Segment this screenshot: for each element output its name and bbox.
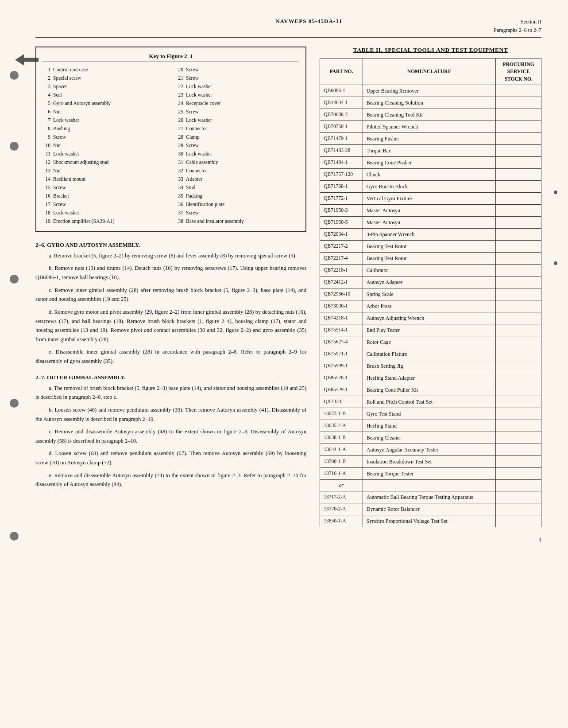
table-row: QB75999-1Brush Setting Jig bbox=[320, 360, 541, 372]
key-text: Control unit case bbox=[53, 66, 88, 74]
key-text: Identification plate bbox=[186, 200, 224, 209]
part-no-cell: QB14634-1 bbox=[320, 97, 363, 109]
stock-cell bbox=[496, 444, 541, 455]
part-no-cell: 13700-1-B bbox=[320, 455, 363, 467]
part-no-cell: QB74218-1 bbox=[320, 312, 363, 324]
key-text: Base and insulator assembly bbox=[186, 217, 244, 226]
header-section: Section II bbox=[494, 18, 541, 26]
key-item: 19Erection amplifier (SA39-A1) bbox=[43, 217, 166, 226]
key-num: 8 bbox=[43, 125, 50, 133]
table-row: QB71768-1Gyro Run-In Block bbox=[320, 180, 541, 192]
table-row: QB75971-1Calibration Fixture bbox=[320, 348, 541, 360]
key-col-left: 1Control unit case2Special screw3Spacer4… bbox=[43, 66, 166, 225]
paragraph: d. Loosen screw (68) and remove pendulum… bbox=[35, 449, 306, 467]
key-text: Lock washer bbox=[186, 150, 212, 158]
key-text: Nut bbox=[53, 141, 61, 150]
name-cell: Bearing Pusher bbox=[363, 132, 496, 144]
key-box: Key to Figure 2–1 1Control unit case2Spe… bbox=[35, 47, 306, 231]
key-item: 20Screw bbox=[175, 66, 299, 74]
key-item: 15Screw bbox=[43, 183, 166, 192]
key-text: Screw bbox=[186, 141, 199, 150]
key-text: Lock washer bbox=[186, 91, 212, 99]
key-item: 4Seal bbox=[43, 91, 166, 99]
right-column: TABLE II. SPECIAL TOOLS AND TEST EQUIPME… bbox=[320, 47, 541, 527]
part-no-cell: QB85528-1 bbox=[320, 372, 363, 384]
key-text: Screw bbox=[186, 66, 199, 74]
key-item: 7Lock washer bbox=[43, 116, 166, 125]
key-text: Screw bbox=[53, 133, 66, 141]
key-item: 37Screw bbox=[175, 209, 299, 217]
key-num: 23 bbox=[175, 91, 183, 99]
key-item: 12Shockmount adjusting stud bbox=[43, 158, 166, 167]
stock-cell bbox=[496, 240, 541, 252]
key-item: 14Resilient mount bbox=[43, 175, 166, 183]
part-no-cell: QB71950-3 bbox=[320, 204, 363, 216]
key-text: Lock washer bbox=[53, 209, 79, 217]
part-no-cell: 13716-1-A bbox=[320, 467, 363, 479]
key-num: 9 bbox=[43, 133, 50, 141]
stock-cell bbox=[496, 479, 541, 491]
key-text: Spacer bbox=[53, 82, 67, 91]
table-row: 13644-1-AAutosyn Angular Accuracy Tester bbox=[320, 444, 541, 455]
name-cell: Bearing Torque Tester bbox=[363, 467, 496, 479]
table-row: QB72966-10Spring Scale bbox=[320, 288, 541, 300]
key-text: Resilient mount bbox=[53, 175, 85, 183]
table-header-row: PART NO. NOMENCLATURE PROCURINGSERVICEST… bbox=[320, 58, 541, 85]
name-cell: Master Autosyn bbox=[363, 216, 496, 228]
name-cell: Heeling Stand Adapter bbox=[363, 372, 496, 384]
name-cell: Bearing Cleaning Solution bbox=[363, 97, 496, 109]
table-row: 13716-1-ABearing Torque Tester bbox=[320, 467, 541, 479]
part-no-cell: QB71479-1 bbox=[320, 132, 363, 144]
paragraph: a. Remove bracket (5, figure 2–2) by rem… bbox=[35, 251, 306, 261]
part-no-cell: QB72412-1 bbox=[320, 276, 363, 288]
name-cell: Autosyn Adapter bbox=[363, 276, 496, 288]
name-cell: Bearing Test Rotor bbox=[363, 240, 496, 252]
part-no-cell: QB71768-1 bbox=[320, 180, 363, 192]
side-bullet-1 bbox=[10, 71, 19, 80]
key-num: 14 bbox=[43, 175, 50, 183]
name-cell: Heeling Stand bbox=[363, 420, 496, 432]
key-item: 1Control unit case bbox=[43, 66, 166, 74]
stock-cell bbox=[496, 408, 541, 420]
key-num: 29 bbox=[175, 141, 183, 150]
table-row: QB71484-1Bearing Cone Pusher bbox=[320, 156, 541, 168]
part-no-cell: QB72966-10 bbox=[320, 288, 363, 300]
key-num: 4 bbox=[43, 91, 50, 99]
key-item: 5Gyro and Autosyn assembly bbox=[43, 99, 166, 108]
stock-cell bbox=[496, 216, 541, 228]
key-num: 20 bbox=[175, 66, 183, 74]
key-text: Bushing bbox=[53, 125, 70, 133]
stock-cell bbox=[496, 97, 541, 109]
part-no-cell: QB75627-4 bbox=[320, 336, 363, 348]
name-cell: Torque Bar bbox=[363, 144, 496, 156]
stock-cell bbox=[496, 168, 541, 180]
part-no-cell: QB72217-2 bbox=[320, 240, 363, 252]
key-num: 11 bbox=[43, 150, 50, 158]
stock-cell bbox=[496, 264, 541, 276]
key-num: 12 bbox=[43, 158, 50, 167]
key-text: Packing bbox=[186, 192, 202, 200]
table-row: 13717-2-AAutomatic Ball Bearing Torque T… bbox=[320, 491, 541, 503]
table-row: QB75514-1End Play Tester bbox=[320, 324, 541, 336]
key-num: 22 bbox=[175, 82, 183, 91]
key-text: Connector bbox=[186, 167, 207, 175]
table-row: QX2323Roll and Pitch Control Test Set bbox=[320, 396, 541, 408]
name-cell bbox=[363, 479, 496, 491]
key-text: Receptacle cover bbox=[186, 99, 221, 108]
table-row: QB71757-120Chuck bbox=[320, 168, 541, 180]
key-num: 3 bbox=[43, 82, 50, 91]
key-text: Screw bbox=[53, 200, 66, 209]
name-cell: Vertical Gyro Fixture bbox=[363, 192, 496, 204]
right-dot-1 bbox=[554, 191, 557, 194]
stock-cell bbox=[496, 180, 541, 192]
key-num: 33 bbox=[175, 175, 183, 183]
part-no-cell: QB72218-1 bbox=[320, 264, 363, 276]
key-col-right: 20Screw21Screw22Lock washer23Lock washer… bbox=[175, 66, 299, 225]
key-num: 36 bbox=[175, 200, 183, 209]
name-cell: End Play Tester bbox=[363, 324, 496, 336]
key-text: Seal bbox=[53, 91, 62, 99]
name-cell: Calibrator bbox=[363, 264, 496, 276]
part-no-cell: QB75514-1 bbox=[320, 324, 363, 336]
table-title: TABLE II. SPECIAL TOOLS AND TEST EQUIPME… bbox=[320, 47, 541, 54]
table-body: QB6086-1Upper Bearing RemoverQB14634-1Be… bbox=[320, 85, 541, 527]
